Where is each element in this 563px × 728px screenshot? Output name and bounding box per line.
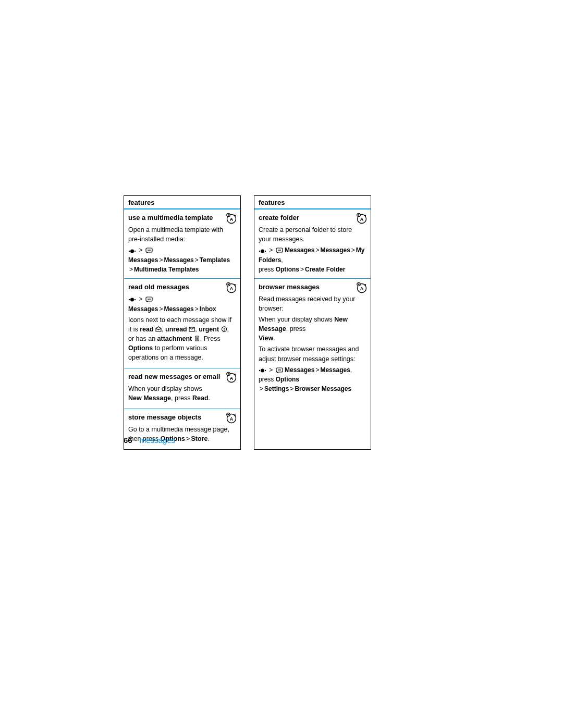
feature-read-new: read new messages or email When your dis… <box>124 368 240 409</box>
read-envelope-icon <box>155 326 162 333</box>
urgent-icon <box>221 326 227 333</box>
optional-feature-icon <box>226 213 237 224</box>
center-key-icon <box>259 365 266 375</box>
column-header: features <box>124 196 240 209</box>
nav-path: > Messages>Messages, press Options >Sett… <box>259 365 366 394</box>
messages-icon <box>276 366 283 374</box>
features-column-right: features create folder Create a personal… <box>254 195 371 450</box>
feature-create-folder: create folder Create a personal folder t… <box>254 209 371 279</box>
feature-body: Icons next to each message show if it is… <box>128 315 236 363</box>
center-key-icon <box>259 246 266 255</box>
feature-title: store message objects <box>128 413 236 423</box>
feature-read-old: read old messages > Messages>Messages>In… <box>124 279 240 368</box>
optional-feature-icon <box>226 282 237 293</box>
nav-path: > Messages>Messages>Inbox <box>128 294 236 314</box>
nav-path: > Messages>Messages>Templates >Multimedi… <box>128 245 236 274</box>
feature-multimedia-template: use a multimedia template Open a multime… <box>124 209 240 279</box>
page-number: 66 <box>124 436 132 445</box>
optional-feature-icon <box>356 213 368 224</box>
center-key-icon <box>128 246 136 255</box>
messages-icon <box>145 295 153 303</box>
feature-title: browser messages <box>259 282 366 292</box>
feature-body: Create a personal folder to store your m… <box>259 225 366 244</box>
nav-path: > Messages>Messages>My Folders, press Op… <box>259 245 366 274</box>
feature-body: Open a multimedia template with pre-inst… <box>128 225 236 244</box>
optional-feature-icon <box>226 412 237 424</box>
feature-browser-messages: browser messages Read messages received … <box>254 279 371 398</box>
feature-body: When your display shows New Message, pre… <box>128 384 236 403</box>
feature-title: create folder <box>259 213 366 223</box>
feature-title: read new messages or email <box>128 372 236 382</box>
feature-title: use a multimedia template <box>128 213 236 223</box>
attachment-icon <box>194 335 200 342</box>
feature-body: To activate browser messages and adjust … <box>259 344 366 363</box>
feature-title: read old messages <box>128 282 236 292</box>
section-name: messages <box>140 436 175 445</box>
column-header: features <box>254 196 371 209</box>
optional-feature-icon <box>356 282 368 293</box>
manual-page: features use a multimedia template Open … <box>124 195 374 450</box>
messages-icon <box>145 246 153 254</box>
feature-body: Read messages received by your browser: <box>259 294 366 313</box>
center-key-icon <box>128 295 136 304</box>
unread-envelope-icon <box>189 326 195 333</box>
messages-icon <box>276 246 283 254</box>
features-column-left: features use a multimedia template Open … <box>124 195 241 450</box>
feature-body: When your display shows New Message, pre… <box>259 315 366 343</box>
page-footer: 66messages <box>124 436 175 445</box>
optional-feature-icon <box>226 372 237 383</box>
